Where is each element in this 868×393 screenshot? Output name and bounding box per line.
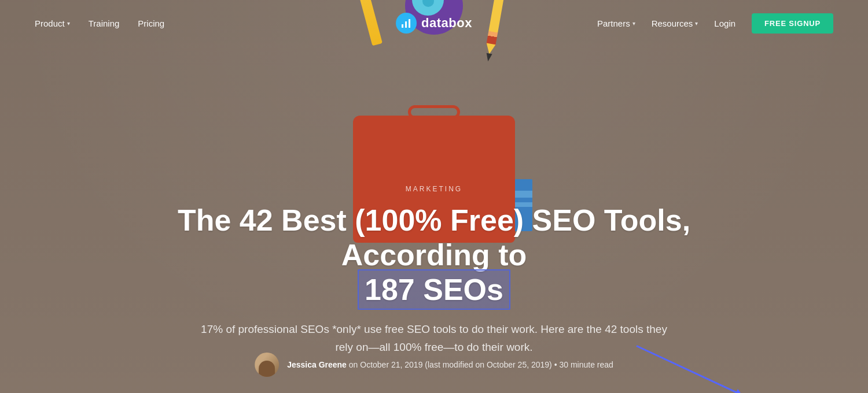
pencil-tip <box>485 53 492 62</box>
nav-right: Partners ▾ Resources ▾ Login FREE SIGNUP <box>597 13 833 34</box>
author-info: Jessica Greene on October 21, 2019 (last… <box>287 360 613 369</box>
title-highlight: 187 SEOs <box>358 269 510 310</box>
nav-item-resources[interactable]: Resources ▾ <box>652 18 698 28</box>
nav-item-training[interactable]: Training <box>89 18 120 28</box>
svg-rect-0 <box>402 24 403 28</box>
chevron-down-icon: ▾ <box>67 20 70 27</box>
title-line1: The 42 Best (100% Free) SEO Tools, Accor… <box>178 203 690 272</box>
logo-text: databox <box>421 16 472 31</box>
toolbox-handle <box>408 105 460 119</box>
author-meta: on October 21, 2019 (last modified on Oc… <box>347 360 613 369</box>
nav-item-login[interactable]: Login <box>714 18 735 28</box>
nav-item-pricing[interactable]: Pricing <box>138 18 164 28</box>
chevron-down-icon: ▾ <box>632 20 635 27</box>
nav-left: Product ▾ Training Pricing <box>35 18 164 28</box>
category-tag: MARKETING <box>116 185 752 193</box>
svg-rect-2 <box>409 19 410 28</box>
navbar: Product ▾ Training Pricing databox <box>0 0 868 46</box>
avatar <box>255 353 279 377</box>
signup-button[interactable]: FREE SIGNUP <box>752 13 833 34</box>
logo-icon <box>396 13 417 34</box>
author-name: Jessica Greene <box>287 360 347 369</box>
chevron-down-icon: ▾ <box>695 20 698 27</box>
nav-item-partners[interactable]: Partners ▾ <box>597 18 635 28</box>
page-title: The 42 Best (100% Free) SEO Tools, Accor… <box>116 203 752 307</box>
nav-item-product[interactable]: Product ▾ <box>35 18 70 28</box>
hero-content: MARKETING The 42 Best (100% Free) SEO To… <box>69 185 799 375</box>
hero-section: Product ▾ Training Pricing databox <box>0 0 868 393</box>
databox-logo-icon <box>400 17 412 29</box>
svg-rect-1 <box>405 21 407 28</box>
hero-subtitle: 17% of professional SEOs *only* use free… <box>197 321 671 356</box>
logo[interactable]: databox <box>396 13 472 34</box>
author-row: Jessica Greene on October 21, 2019 (last… <box>255 353 613 377</box>
